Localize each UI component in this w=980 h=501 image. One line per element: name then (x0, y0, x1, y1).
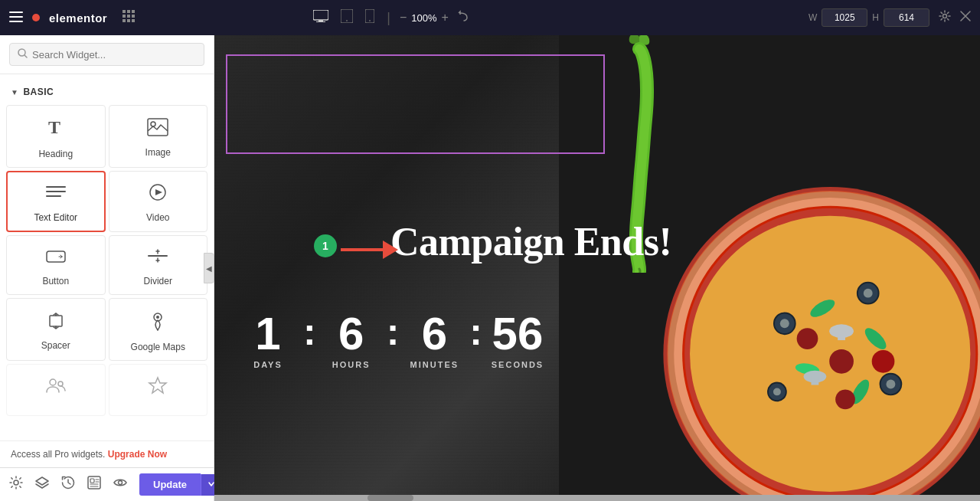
svg-rect-8 (132, 15, 135, 18)
widget-spacer-label: Spacer (41, 340, 70, 351)
arrow-head-icon (383, 241, 398, 259)
countdown-hours-label: HOURS (332, 360, 371, 369)
h-label: H (872, 12, 879, 23)
search-input-wrap (9, 43, 204, 66)
svg-point-51 (690, 216, 970, 492)
countdown-sep1: : (299, 313, 321, 351)
countdown-hours: 6 HOURS (321, 311, 382, 369)
widget-google-maps[interactable]: Google Maps (109, 298, 208, 361)
bottom-toolbar: Update (0, 467, 214, 501)
svg-text:T: T (48, 117, 60, 137)
w-h-fields: W H (808, 8, 929, 27)
badge-number: 1 (314, 234, 337, 257)
countdown-sep2: : (382, 313, 404, 351)
svg-point-53 (780, 319, 789, 328)
svg-rect-39 (90, 479, 94, 483)
image-icon (147, 118, 168, 141)
collapse-panel-button[interactable]: ◀ (204, 253, 214, 283)
svg-rect-11 (132, 19, 135, 22)
zoom-plus-button[interactable]: + (442, 11, 449, 25)
device-desktop-icon[interactable] (310, 7, 332, 29)
svg-rect-2 (9, 21, 23, 22)
width-input[interactable] (822, 8, 867, 27)
countdown-seconds: 56 SECONDS (487, 311, 548, 369)
search-input[interactable] (32, 49, 196, 61)
close-icon[interactable] (960, 11, 971, 25)
widget-text-editor[interactable]: Text Editor (6, 171, 106, 232)
widget-image[interactable]: Image (109, 105, 208, 168)
countdown-minutes-label: MINUTES (410, 360, 459, 369)
svg-point-34 (50, 379, 56, 385)
layers-bottom-icon[interactable] (35, 476, 49, 493)
widget-button[interactable]: Button (6, 235, 106, 295)
top-bar-left: elementor (9, 10, 135, 26)
svg-point-55 (864, 289, 873, 298)
svg-point-44 (119, 481, 122, 485)
svg-point-16 (346, 20, 348, 21)
badge-container: 1 (314, 234, 337, 257)
video-icon (147, 183, 168, 206)
top-bar-right: W H (808, 8, 971, 27)
svg-rect-3 (122, 10, 126, 13)
widget-pro-1[interactable] (6, 364, 106, 416)
widget-divider-label: Divider (144, 276, 172, 287)
countdown-seconds-label: SECONDS (492, 360, 544, 369)
upgrade-link[interactable]: Upgrade Now (108, 449, 167, 460)
grid-icon[interactable] (122, 10, 135, 26)
google-maps-icon (147, 309, 168, 336)
widget-text-editor-label: Text Editor (34, 212, 77, 223)
preview-bottom-icon[interactable] (113, 476, 127, 493)
widget-pro-2[interactable] (109, 364, 208, 416)
widget-video[interactable]: Video (109, 171, 208, 232)
zoom-minus-button[interactable]: − (400, 11, 407, 25)
svg-point-71 (835, 389, 855, 409)
top-bar: elementor (0, 0, 980, 35)
spacer-icon (45, 311, 67, 334)
widget-button-label: Button (42, 276, 69, 287)
top-bar-center: | − 100% + (310, 6, 470, 30)
update-main-button[interactable]: Update (139, 473, 201, 496)
device-tablet-icon[interactable] (338, 6, 356, 30)
svg-point-35 (58, 381, 63, 386)
canvas-scrollbar-thumb[interactable] (368, 495, 413, 501)
svg-rect-22 (148, 119, 168, 136)
undo-icon[interactable] (458, 10, 470, 25)
svg-rect-4 (127, 10, 130, 13)
templates-bottom-icon[interactable] (87, 476, 101, 493)
arrow-container (341, 241, 398, 259)
countdown-minutes-value: 6 (422, 311, 447, 357)
widget-video-label: Video (146, 212, 169, 223)
widget-divider[interactable]: Divider (109, 235, 208, 295)
settings-icon[interactable] (939, 10, 951, 25)
app-title: elementor (49, 11, 107, 25)
campaign-title-area[interactable]: Campaign Ends! (390, 219, 671, 264)
height-input[interactable] (884, 8, 929, 27)
svg-marker-36 (149, 378, 166, 393)
divider-icon (147, 247, 168, 270)
history-bottom-icon[interactable] (61, 476, 75, 493)
countdown-minutes: 6 MINUTES (403, 311, 465, 369)
countdown-sep3: : (465, 313, 487, 351)
zoom-controls: − 100% + (400, 11, 449, 25)
countdown-hours-value: 6 (338, 311, 364, 357)
section-header-basic[interactable]: ▼ Basic (0, 80, 214, 102)
search-bar (0, 35, 214, 74)
device-mobile-icon[interactable] (362, 6, 377, 30)
widgets-grid: T Heading Image (0, 102, 214, 419)
widget-heading-label: Heading (38, 149, 73, 159)
selection-box[interactable] (226, 54, 605, 154)
widget-spacer[interactable]: Spacer (6, 298, 106, 361)
section-arrow-icon: ▼ (11, 88, 18, 97)
hamburger-icon[interactable] (9, 10, 23, 26)
settings-bottom-icon[interactable] (9, 476, 23, 493)
widgets-list: ▼ Basic T Heading (0, 74, 214, 440)
canvas-scrollbar[interactable] (214, 495, 980, 501)
pro2-icon (147, 375, 168, 401)
widget-heading[interactable]: T Heading (6, 105, 106, 168)
heading-icon: T (45, 116, 67, 142)
countdown-section: 1 DAYS : 6 HOURS : 6 MINUTES : (237, 311, 548, 369)
widget-image-label: Image (145, 147, 171, 158)
svg-rect-10 (127, 19, 130, 22)
svg-rect-5 (132, 10, 135, 13)
collapse-arrow-icon: ◀ (206, 264, 212, 273)
